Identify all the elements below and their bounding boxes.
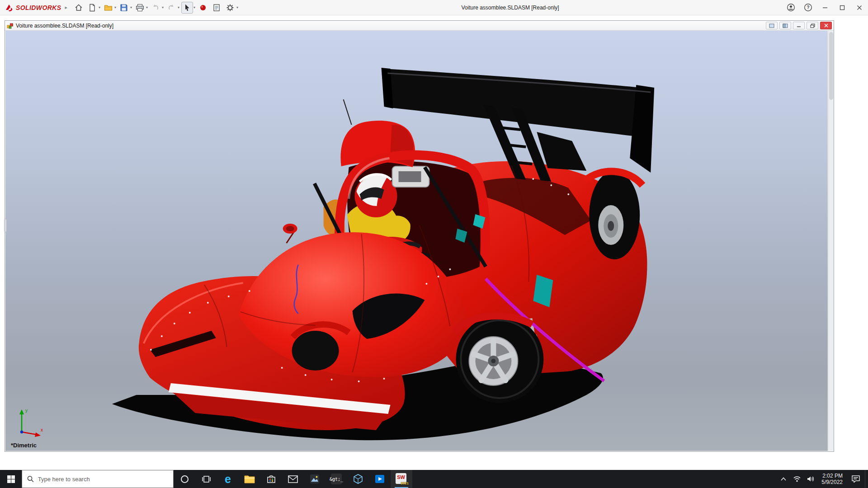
car-model[interactable] [5, 31, 828, 451]
account-button[interactable] [782, 0, 799, 15]
taskbar-search[interactable] [22, 470, 174, 488]
vertical-scrollbar[interactable] [828, 31, 834, 451]
minimize-icon [822, 5, 828, 10]
new-document-dropdown[interactable]: ▾ [99, 5, 100, 9]
tray-overflow-button[interactable] [777, 470, 790, 488]
windows-logo-icon [7, 475, 15, 483]
redo-button[interactable] [165, 2, 177, 14]
cortana-button[interactable] [174, 470, 195, 488]
rebuild-button[interactable] [197, 2, 209, 14]
rebuild-sphere-icon [199, 4, 207, 12]
open-dropdown[interactable]: ▾ [114, 5, 116, 9]
doc-pane-button-2[interactable] [779, 22, 791, 29]
undo-dropdown[interactable]: ▾ [162, 5, 164, 9]
edge-icon: e [225, 474, 231, 485]
close-icon [857, 5, 862, 10]
panel-splitter-handle[interactable] [4, 219, 7, 232]
doc-pane-button-1[interactable] [766, 22, 778, 29]
doc-close-button[interactable] [820, 22, 832, 29]
minimize-icon [797, 24, 801, 28]
tray-volume-button[interactable] [804, 470, 817, 488]
taskbar-app-photos[interactable] [304, 470, 326, 488]
save-button[interactable] [118, 2, 130, 14]
graphics-area[interactable]: y x *Dimetric [5, 31, 828, 451]
scrollbar-thumb[interactable] [829, 32, 833, 100]
save-dropdown[interactable]: ▾ [130, 5, 132, 9]
cortana-icon [180, 475, 189, 483]
movies-tv-icon [375, 474, 385, 484]
app-titlebar: SOLIDWORKS ▸ ▾ ▾ ▾ ▾ ▾ ▾ ▾ ▾ Voiture ass… [0, 0, 868, 15]
taskbar: e &gt;_ [0, 470, 868, 488]
doc-restore-button[interactable] [807, 22, 818, 29]
start-button[interactable] [0, 470, 22, 488]
svg-text:?: ? [807, 5, 809, 10]
toolbar-expand-arrow[interactable]: ▸ [65, 5, 67, 10]
select-tool-button[interactable] [181, 2, 193, 14]
home-icon [75, 4, 83, 12]
window-pane-icon [783, 23, 788, 28]
taskbar-clock[interactable]: 2:02 PM 5/9/2022 [817, 470, 847, 488]
triad-x-label: x [41, 427, 43, 432]
photos-icon [310, 474, 320, 484]
clock-date: 5/9/2022 [821, 479, 843, 485]
app-window-title: Voiture assomblee.SLDASM [Read-only] [238, 5, 782, 11]
new-document-button[interactable] [86, 2, 98, 14]
command-prompt-icon: &gt;_ [331, 474, 342, 484]
speaker-icon [807, 476, 815, 482]
app-maximize-button[interactable] [834, 0, 851, 15]
brand-text: SOLIDWORKS [16, 4, 61, 11]
microsoft-store-icon [266, 474, 276, 484]
file-properties-button[interactable] [211, 2, 222, 14]
open-button[interactable] [102, 2, 114, 14]
search-icon [27, 475, 34, 483]
document-title: Voiture assomblee.SLDASM [Read-only] [16, 23, 764, 29]
taskbar-app-command-prompt[interactable]: &gt;_ [326, 470, 347, 488]
solidworks-logo: SOLIDWORKS [0, 3, 64, 12]
print-icon [136, 4, 144, 12]
taskbar-app-solidworks[interactable]: SW 2021 [391, 470, 412, 488]
restore-icon [810, 23, 815, 28]
print-dropdown[interactable]: ▾ [146, 5, 148, 9]
options-button[interactable] [224, 2, 236, 14]
taskbar-app-mail[interactable] [282, 470, 304, 488]
task-view-button[interactable] [195, 470, 217, 488]
window-pane-icon [769, 23, 774, 28]
tray-network-button[interactable] [790, 470, 804, 488]
app-minimize-button[interactable] [816, 0, 834, 15]
print-button[interactable] [134, 2, 146, 14]
taskbar-app-store[interactable] [260, 470, 282, 488]
help-button[interactable]: ? [799, 0, 816, 15]
task-view-icon [202, 475, 211, 483]
network-icon [793, 476, 801, 482]
select-tool-dropdown[interactable]: ▾ [193, 5, 195, 9]
app-close-button[interactable] [851, 0, 868, 15]
search-input[interactable] [38, 476, 168, 483]
new-document-icon [88, 4, 96, 12]
undo-button[interactable] [150, 2, 161, 14]
show-desktop-button[interactable] [865, 470, 868, 488]
chevron-up-icon [781, 477, 786, 481]
taskbar-app-3d-viewer[interactable] [347, 470, 369, 488]
orientation-triad: y x [14, 406, 46, 439]
assembly-document-icon [7, 22, 14, 29]
doc-minimize-button[interactable] [793, 22, 805, 29]
taskbar-app-edge[interactable]: e [217, 470, 239, 488]
redo-dropdown[interactable]: ▾ [178, 5, 179, 9]
save-icon [120, 4, 128, 12]
view-orientation-label: *Dimetric [11, 442, 37, 449]
home-button[interactable] [73, 2, 85, 14]
action-center-button[interactable] [847, 470, 865, 488]
select-cursor-icon [183, 4, 191, 12]
undo-icon [151, 4, 160, 12]
taskbar-app-movies-tv[interactable] [369, 470, 391, 488]
taskbar-app-file-explorer[interactable] [239, 470, 260, 488]
3d-viewer-icon [353, 474, 363, 484]
document-titlebar[interactable]: Voiture assomblee.SLDASM [Read-only] [5, 21, 834, 31]
close-icon [824, 23, 828, 28]
document-window: Voiture assomblee.SLDASM [Read-only] [5, 20, 834, 452]
mail-icon [288, 475, 298, 483]
file-explorer-icon [244, 474, 255, 483]
file-properties-icon [212, 4, 221, 12]
triad-y-label: y [25, 408, 28, 413]
clock-time: 2:02 PM [822, 473, 843, 479]
